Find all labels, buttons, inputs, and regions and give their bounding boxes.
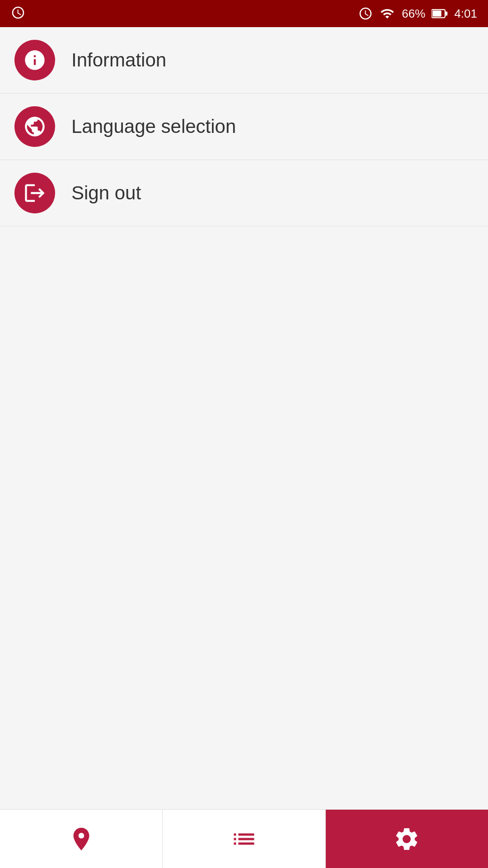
information-icon-circle [14,40,55,80]
menu-item-language-selection[interactable]: Language selection [0,94,488,160]
language-icon-circle [14,106,55,147]
signout-icon [23,181,47,205]
sign-out-label: Sign out [71,182,141,204]
signout-icon-circle [14,173,55,213]
status-bar-left [11,5,25,22]
menu-item-information[interactable]: Information [0,27,488,94]
status-time: 4:01 [454,7,477,21]
svg-rect-2 [446,12,448,16]
battery-percentage: 66% [402,7,425,21]
svg-rect-1 [433,10,442,17]
status-icons-right: 66% 4:01 [358,6,477,21]
status-bar: 66% 4:01 [0,0,488,27]
nav-item-location[interactable] [0,810,163,868]
nav-item-list[interactable] [163,810,325,868]
information-label: Information [71,49,166,71]
nav-item-settings[interactable] [326,810,488,868]
menu-item-sign-out[interactable]: Sign out [0,160,488,226]
settings-icon [393,826,420,853]
menu-list: Information Language selection Sign out [0,27,488,868]
signal-icon [379,6,395,21]
alarm-icon [11,5,25,22]
info-icon [23,48,47,72]
battery-icon [432,7,448,20]
list-icon [230,826,258,853]
location-icon [68,826,95,853]
alarm-status-icon [358,6,373,21]
language-selection-label: Language selection [71,116,236,137]
globe-icon [23,115,47,138]
bottom-nav [0,809,488,868]
